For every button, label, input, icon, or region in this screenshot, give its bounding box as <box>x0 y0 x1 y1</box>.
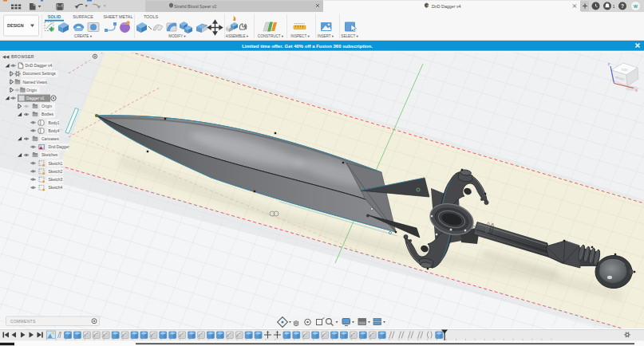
svg-text:CREATE ▾: CREATE ▾ <box>74 34 93 38</box>
svg-text:Canvases: Canvases <box>41 137 59 141</box>
svg-text:Body1: Body1 <box>49 121 60 125</box>
svg-text:Sketch2: Sketch2 <box>49 170 63 174</box>
svg-text:◀◀: ◀◀ <box>2 54 10 59</box>
svg-text:Origin: Origin <box>41 104 52 108</box>
svg-text:1: 1 <box>613 4 615 9</box>
svg-text:Named Views: Named Views <box>23 81 48 85</box>
svg-text:SELECT ▾: SELECT ▾ <box>341 34 358 38</box>
svg-text:Body4: Body4 <box>49 129 60 133</box>
svg-text:SURFACE: SURFACE <box>73 14 93 19</box>
svg-text:Origin: Origin <box>26 88 37 92</box>
svg-text:MODIFY ▾: MODIFY ▾ <box>168 34 186 38</box>
svg-text:Dagger v1: Dagger v1 <box>26 96 45 100</box>
svg-text:Strahd Blood Spear v2: Strahd Blood Spear v2 <box>174 4 216 9</box>
svg-text:SHEET METAL: SHEET METAL <box>104 14 133 19</box>
svg-text:DnD Dagger v4: DnD Dagger v4 <box>432 4 461 9</box>
svg-text:BROWSER: BROWSER <box>11 54 34 59</box>
svg-text:Dnd Dagger: Dnd Dagger <box>49 145 70 149</box>
svg-text:DESIGN: DESIGN <box>7 23 24 28</box>
svg-text:Z: Z <box>608 62 610 66</box>
svg-text:COMMENTS: COMMENTS <box>10 319 36 324</box>
svg-text:INSPECT ▾: INSPECT ▾ <box>290 34 310 38</box>
svg-text:INSERT ▾: INSERT ▾ <box>318 34 334 38</box>
svg-text:Limited time offer. Get 40% of: Limited time offer. Get 40% off a Fusion… <box>242 44 373 49</box>
svg-text:W: W <box>634 4 638 9</box>
svg-text:Sketch1: Sketch1 <box>49 162 63 166</box>
svg-text:Sketches: Sketches <box>41 153 58 157</box>
svg-text:Sketch3: Sketch3 <box>49 178 63 182</box>
svg-text:Sketch4: Sketch4 <box>49 186 63 190</box>
svg-text:CONSTRUCT ▾: CONSTRUCT ▾ <box>258 34 284 38</box>
svg-text:?: ? <box>621 3 624 9</box>
svg-text:Bodies: Bodies <box>41 112 54 116</box>
svg-text:SOLID: SOLID <box>48 14 61 19</box>
svg-text:DnD Dagger v4: DnD Dagger v4 <box>26 64 53 68</box>
svg-text:X: X <box>635 88 638 92</box>
svg-text:TOOLS: TOOLS <box>144 14 159 19</box>
svg-text:ASSEMBLE ▾: ASSEMBLE ▾ <box>226 34 249 38</box>
svg-text:Document Settings: Document Settings <box>23 72 57 76</box>
